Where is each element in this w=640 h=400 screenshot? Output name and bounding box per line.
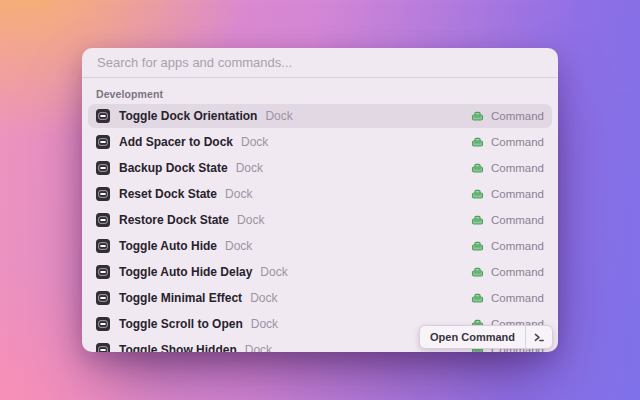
- dock-extension-icon: [96, 239, 110, 253]
- list-item[interactable]: Backup Dock State Dock Command: [88, 156, 552, 180]
- dock-extension-icon: [96, 343, 110, 352]
- command-type-label: Command: [491, 110, 544, 122]
- command-type-icon: [471, 136, 484, 149]
- command-title: Backup Dock State: [119, 161, 228, 175]
- command-title: Toggle Auto Hide Delay: [119, 265, 252, 279]
- terminal-prompt-icon: [526, 326, 552, 348]
- section-header-development: Development: [82, 78, 558, 104]
- command-subtitle: Dock: [245, 343, 272, 352]
- command-type-label: Command: [491, 136, 544, 148]
- list-item[interactable]: Toggle Minimal Effect Dock Command: [88, 286, 552, 310]
- command-subtitle: Dock: [225, 187, 252, 201]
- command-subtitle: Dock: [225, 239, 252, 253]
- list-item[interactable]: Toggle Auto Hide Delay Dock Command: [88, 260, 552, 284]
- command-subtitle: Dock: [265, 109, 292, 123]
- command-subtitle: Dock: [250, 291, 277, 305]
- command-type-icon: [471, 292, 484, 305]
- list-item[interactable]: Reset Dock State Dock Command: [88, 182, 552, 206]
- dock-extension-icon: [96, 291, 110, 305]
- command-type-label: Command: [491, 266, 544, 278]
- list-item[interactable]: Toggle Dock Orientation Dock Command: [88, 104, 552, 128]
- command-title: Toggle Show Hidden: [119, 343, 237, 352]
- command-subtitle: Dock: [260, 265, 287, 279]
- list-item[interactable]: Add Spacer to Dock Dock Command: [88, 130, 552, 154]
- command-type-label: Command: [491, 292, 544, 304]
- command-subtitle: Dock: [236, 161, 263, 175]
- command-title: Restore Dock State: [119, 213, 229, 227]
- open-command-hint[interactable]: Open Command: [419, 325, 553, 349]
- command-title: Toggle Dock Orientation: [119, 109, 257, 123]
- command-title: Toggle Minimal Effect: [119, 291, 242, 305]
- command-type-label: Command: [491, 162, 544, 174]
- dock-extension-icon: [96, 265, 110, 279]
- dock-extension-icon: [96, 187, 110, 201]
- command-type-icon: [471, 188, 484, 201]
- command-title: Toggle Auto Hide: [119, 239, 217, 253]
- command-title: Add Spacer to Dock: [119, 135, 233, 149]
- command-type-icon: [471, 266, 484, 279]
- command-list: Toggle Dock Orientation Dock Command Add…: [82, 104, 558, 352]
- command-subtitle: Dock: [241, 135, 268, 149]
- search-input[interactable]: [82, 48, 558, 78]
- desktop-background: Development Toggle Dock Orientation Dock…: [0, 0, 640, 400]
- command-type-icon: [471, 162, 484, 175]
- command-type-label: Command: [491, 240, 544, 252]
- list-item[interactable]: Restore Dock State Dock Command: [88, 208, 552, 232]
- dock-extension-icon: [96, 109, 110, 123]
- command-title: Toggle Scroll to Open: [119, 317, 243, 331]
- command-type-icon: [471, 240, 484, 253]
- command-type-label: Command: [491, 214, 544, 226]
- dock-extension-icon: [96, 135, 110, 149]
- dock-extension-icon: [96, 213, 110, 227]
- open-command-hint-label: Open Command: [420, 326, 525, 348]
- dock-extension-icon: [96, 317, 110, 331]
- command-subtitle: Dock: [251, 317, 278, 331]
- command-type-icon: [471, 110, 484, 123]
- command-subtitle: Dock: [237, 213, 264, 227]
- command-title: Reset Dock State: [119, 187, 217, 201]
- list-item[interactable]: Toggle Auto Hide Dock Command: [88, 234, 552, 258]
- dock-extension-icon: [96, 161, 110, 175]
- command-type-icon: [471, 214, 484, 227]
- command-palette-window: Development Toggle Dock Orientation Dock…: [82, 48, 558, 352]
- command-type-label: Command: [491, 188, 544, 200]
